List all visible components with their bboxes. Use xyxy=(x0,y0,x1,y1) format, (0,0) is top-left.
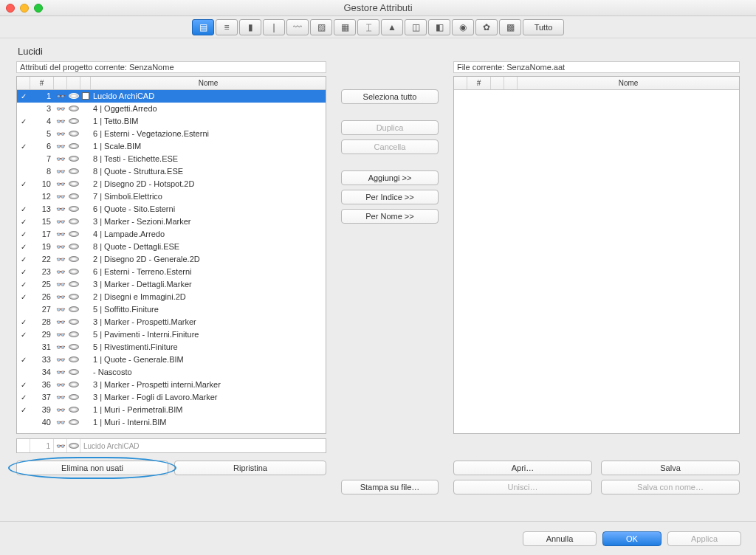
glasses-icon[interactable]: 👓 xyxy=(54,381,67,389)
left-table-body[interactable]: 1👓Lucido ArchiCAD3👓4 | Oggetti.Arredo4👓1… xyxy=(17,90,326,433)
table-row[interactable]: 5👓6 | Esterni - Vegetazione.Esterni xyxy=(17,128,326,140)
row-check[interactable] xyxy=(17,117,30,125)
col-number[interactable]: # xyxy=(467,77,491,89)
attr-cities-icon[interactable]: ◧ xyxy=(428,19,450,35)
glasses-icon[interactable]: 👓 xyxy=(54,280,67,289)
col-glasses-icon[interactable] xyxy=(491,77,504,89)
table-row[interactable]: 26👓2 | Disegni e Immagini.2D xyxy=(17,291,326,303)
eye-icon[interactable] xyxy=(67,143,80,149)
glasses-icon[interactable]: 👓 xyxy=(54,368,67,376)
table-row[interactable]: 1👓Lucido ArchiCAD xyxy=(17,90,326,103)
table-row[interactable]: 25👓3 | Marker - Dettagli.Marker xyxy=(17,278,326,291)
salva-con-nome-button[interactable]: Salva con nome… xyxy=(601,480,740,494)
glasses-icon[interactable]: 👓 xyxy=(54,105,67,113)
attr-grid-icon[interactable]: ▩ xyxy=(499,19,521,35)
table-row[interactable]: 13👓6 | Quote - Sito.Esterni xyxy=(17,203,326,216)
right-table-body[interactable] xyxy=(454,90,739,433)
attr-mep-icon[interactable]: ◫ xyxy=(405,19,427,35)
minimize-window-button[interactable] xyxy=(20,4,29,13)
table-row[interactable]: 31👓5 | Rivestimenti.Finiture xyxy=(17,341,326,354)
table-row[interactable]: 3👓4 | Oggetti.Arredo xyxy=(17,103,326,115)
glasses-icon[interactable]: 👓 xyxy=(54,130,67,138)
glasses-icon[interactable]: 👓 xyxy=(54,142,67,151)
aggiungi-button[interactable]: Aggiungi >> xyxy=(341,170,439,185)
apri-button[interactable]: Apri… xyxy=(453,461,592,475)
col-name[interactable]: Nome xyxy=(91,77,326,89)
attr-surfaces-icon[interactable]: ▨ xyxy=(310,19,332,35)
glasses-icon[interactable]: 👓 xyxy=(54,418,67,427)
glasses-icon[interactable]: 👓 xyxy=(54,343,67,351)
row-check[interactable] xyxy=(17,142,30,151)
col-check[interactable] xyxy=(17,77,30,89)
attr-pens-icon[interactable]: ❘ xyxy=(263,19,285,35)
applica-button[interactable]: Applica xyxy=(667,531,741,546)
row-check[interactable] xyxy=(17,380,30,389)
glasses-icon[interactable]: 👓 xyxy=(54,306,67,314)
row-check[interactable] xyxy=(17,317,30,326)
ripristina-button[interactable]: Ripristina xyxy=(174,461,326,475)
lock-icon[interactable] xyxy=(80,92,91,100)
eye-icon[interactable] xyxy=(67,131,80,137)
eye-icon[interactable] xyxy=(67,269,80,275)
glasses-icon[interactable]: 👓 xyxy=(54,230,67,238)
glasses-icon[interactable]: 👓 xyxy=(54,331,67,339)
glasses-icon[interactable]: 👓 xyxy=(54,155,67,163)
table-row[interactable]: 7👓8 | Testi - Etichette.ESE xyxy=(17,153,326,165)
col-eye-icon[interactable] xyxy=(67,77,80,89)
glasses-icon[interactable]: 👓 xyxy=(54,180,67,188)
eye-icon[interactable] xyxy=(67,256,80,262)
cancella-button[interactable]: Cancella xyxy=(341,139,439,154)
table-row[interactable]: 15👓3 | Marker - Sezioni.Marker xyxy=(17,216,326,228)
col-eye-icon[interactable] xyxy=(504,77,518,89)
table-row[interactable]: 34👓- Nascosto xyxy=(17,366,326,379)
eye-icon[interactable] xyxy=(67,118,80,124)
col-check[interactable] xyxy=(454,77,467,89)
row-check[interactable] xyxy=(17,230,30,238)
duplica-button[interactable]: Duplica xyxy=(341,120,439,135)
row-check[interactable] xyxy=(17,217,30,226)
table-row[interactable]: 28👓3 | Marker - Prospetti.Marker xyxy=(17,316,326,328)
col-number[interactable]: # xyxy=(30,77,54,89)
glasses-icon[interactable]: 👓 xyxy=(54,117,67,125)
eye-icon[interactable] xyxy=(67,419,80,425)
toolbar-tutto-button[interactable]: Tutto xyxy=(523,19,564,35)
glasses-icon[interactable]: 👓 xyxy=(54,205,67,213)
table-row[interactable]: 12👓7 | Simboli.Elettrico xyxy=(17,190,326,203)
edit-name-input[interactable]: Lucido ArchiCAD xyxy=(80,439,326,452)
glasses-icon[interactable]: 👓 xyxy=(54,293,67,301)
table-row[interactable]: 37👓3 | Marker - Fogli di Lavoro.Marker xyxy=(17,391,326,404)
seleziona-tutto-button[interactable]: Seleziona tutto xyxy=(341,89,439,104)
row-check[interactable] xyxy=(17,92,30,100)
edit-eye-icon[interactable] xyxy=(67,439,80,452)
attr-composites-icon[interactable]: ▦ xyxy=(334,19,356,35)
attr-zones-icon[interactable]: ▲ xyxy=(381,19,403,35)
row-check[interactable] xyxy=(17,267,30,276)
zoom-window-button[interactable] xyxy=(34,4,43,13)
glasses-icon[interactable]: 👓 xyxy=(54,268,67,276)
glasses-icon[interactable]: 👓 xyxy=(54,193,67,201)
eye-icon[interactable] xyxy=(67,356,80,362)
glasses-icon[interactable]: 👓 xyxy=(54,168,67,176)
eye-icon[interactable] xyxy=(67,294,80,300)
table-row[interactable]: 36👓3 | Marker - Prospetti interni.Marker xyxy=(17,379,326,391)
eye-icon[interactable] xyxy=(67,168,80,174)
attr-opcodes-icon[interactable]: ◉ xyxy=(452,19,474,35)
per-nome-button[interactable]: Per Nome >> xyxy=(341,209,439,224)
glasses-icon[interactable]: 👓 xyxy=(54,243,67,251)
row-check[interactable] xyxy=(17,393,30,401)
table-row[interactable]: 29👓5 | Pavimenti - Interni.Finiture xyxy=(17,328,326,341)
attr-materials-icon[interactable]: 〰 xyxy=(286,19,309,35)
edit-glasses-icon[interactable]: 👓 xyxy=(54,439,67,452)
table-row[interactable]: 40👓1 | Muri - Interni.BIM xyxy=(17,416,326,429)
row-check[interactable] xyxy=(17,204,30,213)
row-check[interactable] xyxy=(17,280,30,289)
eye-icon[interactable] xyxy=(67,369,80,375)
table-row[interactable]: 39👓1 | Muri - Perimetrali.BIM xyxy=(17,404,326,416)
table-row[interactable]: 22👓2 | Disegno 2D - Generale.2D xyxy=(17,253,326,266)
row-check[interactable] xyxy=(17,179,30,188)
eye-icon[interactable] xyxy=(67,181,80,187)
eye-icon[interactable] xyxy=(67,244,80,249)
eye-icon[interactable] xyxy=(67,206,80,212)
table-row[interactable]: 17👓4 | Lampade.Arredo xyxy=(17,228,326,241)
row-check[interactable] xyxy=(17,405,30,414)
